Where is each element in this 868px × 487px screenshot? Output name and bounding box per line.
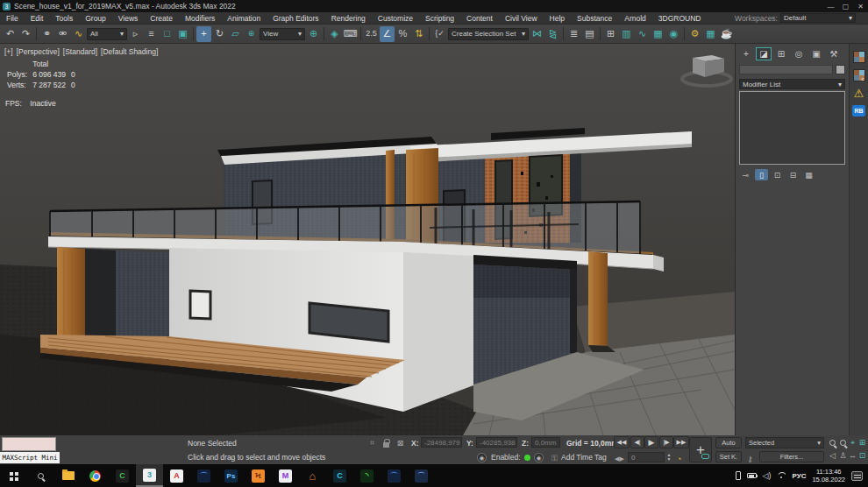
- menu-content[interactable]: Content: [460, 12, 499, 25]
- menu-tools[interactable]: Tools: [49, 12, 79, 25]
- selection-lock-icon[interactable]: [381, 437, 392, 448]
- file-explorer-button[interactable]: [54, 464, 82, 487]
- next-frame-button[interactable]: |▶: [659, 436, 673, 448]
- tab-motion-icon[interactable]: ◎: [791, 47, 807, 60]
- redo-icon[interactable]: ↷: [18, 26, 33, 42]
- select-and-move-icon[interactable]: +: [196, 26, 211, 42]
- window-crossing-icon[interactable]: ▣: [175, 26, 190, 42]
- menu-arnold[interactable]: Arnold: [618, 12, 652, 25]
- viewport-menu-pov[interactable]: [Perspective]: [17, 47, 60, 56]
- select-and-manipulate-icon[interactable]: ◈: [327, 26, 342, 42]
- volume-icon[interactable]: ◁): [763, 471, 772, 480]
- pin-stack-icon[interactable]: ⊸: [739, 169, 752, 180]
- rendered-frame-window-icon[interactable]: ▦: [703, 26, 718, 42]
- filters-button[interactable]: Filters...: [759, 451, 824, 462]
- rb-plugin-icon[interactable]: RB: [852, 105, 865, 116]
- menu-3dground[interactable]: 3DGROUND: [652, 12, 708, 25]
- select-object-icon[interactable]: ▹: [128, 26, 143, 42]
- notification-center-icon[interactable]: [851, 471, 863, 481]
- frame-step-icon[interactable]: ◀▶: [614, 453, 625, 464]
- curve-editor-icon[interactable]: ∿: [635, 26, 650, 42]
- menu-modifiers[interactable]: Modifiers: [179, 12, 221, 25]
- menu-views[interactable]: Views: [112, 12, 145, 25]
- keyboard-shortcut-override-icon[interactable]: ⌨: [343, 26, 358, 42]
- field-of-view-icon[interactable]: ◁: [828, 450, 837, 461]
- set-key-button[interactable]: Set K.: [715, 451, 742, 462]
- percent-snap-icon[interactable]: %: [395, 26, 410, 42]
- select-and-link-icon[interactable]: ⚭: [39, 26, 54, 42]
- mirror-icon[interactable]: ⋈: [530, 26, 544, 42]
- menu-animation[interactable]: Animation: [221, 12, 267, 25]
- walk-through-icon[interactable]: ♙: [838, 450, 848, 461]
- 3dsmax-taskbar-button[interactable]: 3: [136, 464, 163, 487]
- object-name-field[interactable]: [739, 65, 833, 74]
- frame-spinner[interactable]: ▲▼: [665, 452, 672, 462]
- modifier-list-dropdown[interactable]: Modifier List▾: [739, 79, 845, 89]
- texture-tool-c-icon[interactable]: c: [853, 69, 865, 81]
- selection-filter-dropdown[interactable]: All▾: [87, 28, 127, 40]
- perspective-viewport[interactable]: [+] [Perspective] [Standard] [Default Sh…: [0, 44, 735, 435]
- maximize-viewport-icon[interactable]: ⊡: [857, 450, 867, 461]
- select-and-scale-icon[interactable]: ▱: [228, 26, 243, 42]
- angle-snap-icon[interactable]: ∠: [380, 26, 395, 42]
- taskbar-search[interactable]: [27, 464, 54, 487]
- tab-hierarchy-icon[interactable]: ⊞: [773, 47, 789, 60]
- show-end-result-icon[interactable]: ▯: [755, 169, 768, 180]
- arc-app-1-button[interactable]: ⌒: [190, 464, 217, 487]
- create-selection-set-dropdown[interactable]: Create Selection Set▾: [448, 28, 529, 40]
- layer-explorer-icon[interactable]: ▥: [619, 26, 634, 42]
- viewport-menu-shading[interactable]: [Default Shading]: [101, 47, 158, 56]
- maxscript-mini-listener[interactable]: [2, 437, 56, 451]
- viewport-menu-general[interactable]: [+]: [4, 47, 13, 56]
- pan-view-icon[interactable]: ↔: [848, 450, 857, 461]
- tab-display-icon[interactable]: ▣: [808, 47, 824, 60]
- photoshop-button[interactable]: Ps: [217, 464, 245, 487]
- menu-customize[interactable]: Customize: [372, 12, 419, 25]
- menu-group[interactable]: Group: [79, 12, 112, 25]
- autocad-button[interactable]: A: [163, 464, 190, 487]
- clock[interactable]: 11:13:46 15.08.2022: [812, 468, 845, 483]
- cyan-app-button[interactable]: C: [326, 464, 353, 487]
- auto-key-button[interactable]: Auto: [715, 437, 742, 448]
- tab-modify-icon[interactable]: ◪: [756, 47, 772, 60]
- time-configuration-icon[interactable]: ◔: [673, 453, 685, 464]
- network-icon[interactable]: [777, 472, 786, 479]
- mute-toggle-icon[interactable]: ◉: [477, 453, 487, 462]
- arc-app-2-button[interactable]: ⌒: [381, 464, 408, 487]
- menu-substance[interactable]: Substance: [571, 12, 618, 25]
- minimize-button[interactable]: —: [823, 1, 838, 12]
- viewport-menu-renderer[interactable]: [Standard]: [63, 47, 97, 56]
- use-pivot-point-icon[interactable]: ⊕: [306, 26, 321, 42]
- layer-manager-icon[interactable]: ≣: [566, 26, 581, 42]
- select-and-rotate-icon[interactable]: ↻: [212, 26, 227, 42]
- tab-utilities-icon[interactable]: ⚒: [826, 47, 842, 60]
- placement-icon[interactable]: ⊕: [244, 26, 259, 42]
- play-button[interactable]: ▶: [644, 436, 658, 448]
- zoom-extents-all-icon[interactable]: ⊞: [857, 437, 867, 448]
- configure-modifier-sets-icon[interactable]: ▦: [802, 169, 815, 180]
- green-app-button[interactable]: ◝: [353, 464, 381, 487]
- unlink-selection-icon[interactable]: ⚮: [55, 26, 70, 42]
- go-to-end-button[interactable]: ▶▶: [673, 436, 689, 448]
- y-coordinate-field[interactable]: -40285,938: [476, 437, 517, 448]
- menu-rendering[interactable]: Rendering: [325, 12, 372, 25]
- menu-graph-editors[interactable]: Graph Editors: [267, 12, 324, 25]
- named-selection-sets-icon[interactable]: {✓: [432, 26, 447, 42]
- arc-app-3-button[interactable]: ⌒: [408, 464, 435, 487]
- workspaces-dropdown[interactable]: Default▾: [780, 13, 856, 23]
- go-to-start-button[interactable]: ◀◀: [614, 436, 630, 448]
- chrome-button[interactable]: [82, 464, 109, 487]
- previous-frame-button[interactable]: ◀|: [630, 436, 644, 448]
- x-coordinate-field[interactable]: -28498,979: [421, 437, 462, 448]
- zoom-all-icon[interactable]: [838, 437, 848, 448]
- ribbon-toggle-icon[interactable]: ▤: [582, 26, 597, 42]
- maximize-button[interactable]: ▢: [838, 1, 853, 12]
- menu-scripting[interactable]: Scripting: [419, 12, 460, 25]
- current-frame-field[interactable]: 0: [628, 452, 665, 462]
- menu-civil-view[interactable]: Civil View: [499, 12, 544, 25]
- battery-icon[interactable]: [747, 473, 757, 478]
- material-editor-icon[interactable]: ◉: [666, 26, 681, 42]
- set-keys-button[interactable]: +: [689, 437, 712, 462]
- texture-tool-icon[interactable]: [853, 51, 865, 63]
- key-filter-dropdown[interactable]: Selected▾: [745, 437, 824, 448]
